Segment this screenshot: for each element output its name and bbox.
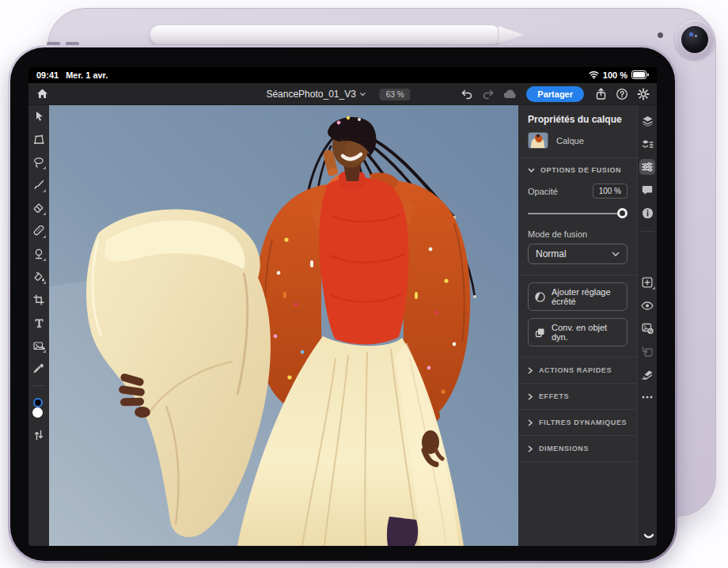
section-filtres-dynamiques[interactable]: FILTRES DYNAMIQUES: [518, 409, 637, 435]
button-label: Ajouter réglage écrêté: [552, 287, 620, 306]
chevron-down-icon: [360, 92, 366, 97]
chevron-down-icon: [528, 168, 535, 172]
hide-layer-icon[interactable]: [641, 322, 654, 335]
cloud-sync-icon[interactable]: [502, 87, 517, 101]
status-bar: 09:41 Mer. 1 avr. 100 %: [28, 67, 657, 83]
lasso-tool[interactable]: [32, 156, 45, 169]
eraser-tool[interactable]: [32, 202, 45, 214]
zoom-level-badge[interactable]: 63 %: [380, 89, 411, 100]
button-label: Conv. en objet dyn.: [552, 323, 620, 342]
clip-mask-icon[interactable]: [641, 345, 654, 358]
visibility-eye-icon[interactable]: [641, 299, 654, 312]
transform-tool[interactable]: [32, 133, 45, 146]
redo-button[interactable]: [481, 87, 495, 101]
blend-mode-dropdown[interactable]: Normal: [528, 244, 628, 264]
panel-title: Propriétés du calque: [528, 114, 628, 125]
type-tool[interactable]: [32, 316, 45, 329]
place-photo-tool[interactable]: [32, 339, 45, 352]
clone-stamp-tool[interactable]: [32, 248, 45, 260]
rear-microphone: [658, 32, 663, 38]
move-tool[interactable]: [32, 110, 45, 123]
foreground-color-chip[interactable]: [33, 398, 43, 407]
workspace: Propriétés du calque Calque: [28, 105, 657, 546]
rear-camera: [675, 20, 715, 59]
convert-smart-object-button[interactable]: Conv. en objet dyn.: [528, 318, 628, 346]
share-button[interactable]: Partager: [526, 86, 584, 102]
comment-icon[interactable]: [641, 184, 654, 196]
layer-list-icon[interactable]: [641, 138, 654, 150]
healing-brush-tool[interactable]: [32, 225, 45, 237]
section-dimensions[interactable]: DIMENSIONS: [518, 435, 637, 461]
wifi-icon: [589, 70, 599, 81]
add-clipped-adjustment-button[interactable]: Ajouter réglage écrêté: [528, 282, 628, 311]
info-icon[interactable]: [641, 206, 654, 219]
battery-icon: [631, 70, 649, 81]
add-layer-button[interactable]: [641, 276, 654, 289]
layer-name: Calque: [556, 136, 584, 146]
blend-mode-value: Normal: [536, 248, 567, 259]
document-title[interactable]: SéancePhoto_01_V3: [266, 89, 355, 100]
fill-tool[interactable]: [32, 271, 45, 283]
section-label: EFFETS: [539, 392, 569, 400]
status-date: Mer. 1 avr.: [66, 70, 108, 80]
home-button[interactable]: [35, 87, 49, 101]
opacity-slider[interactable]: [528, 208, 626, 218]
canvas-area[interactable]: [49, 105, 518, 546]
crop-tool[interactable]: [32, 293, 45, 306]
blend-options-section-header[interactable]: OPTIONS DE FUSION: [518, 158, 637, 182]
section-label: OPTIONS DE FUSION: [540, 166, 621, 174]
status-time: 09:41: [36, 70, 59, 80]
background-color-chip[interactable]: [32, 407, 43, 418]
photoshop-app-screen: 09:41 Mer. 1 avr. 100 % Séa: [28, 67, 657, 546]
battery-percent: 100 %: [603, 70, 628, 80]
canvas-photo[interactable]: [49, 105, 518, 546]
camera-lens: [681, 26, 708, 53]
section-label: ACTIONS RAPIDES: [539, 366, 612, 374]
layer-taskbar: [637, 105, 657, 546]
toolbar-separator: [32, 385, 46, 386]
chevron-right-icon: [528, 419, 533, 426]
layer-row[interactable]: Calque: [518, 132, 637, 157]
settings-gear-icon[interactable]: [636, 87, 650, 101]
tools-sidebar: [28, 105, 49, 546]
panel-empty-space: [518, 461, 637, 546]
chevron-right-icon: [528, 393, 533, 400]
brush-tool[interactable]: [32, 179, 45, 191]
section-actions-rapides[interactable]: ACTIONS RAPIDES: [518, 357, 637, 383]
properties-icon[interactable]: [639, 159, 655, 175]
flatten-icon[interactable]: [641, 368, 654, 381]
help-button[interactable]: [615, 87, 629, 101]
layers-icon[interactable]: [641, 115, 654, 127]
layer-thumbnail: [528, 132, 548, 149]
blend-mode-label: Mode de fusion: [518, 228, 637, 244]
more-options-button[interactable]: [641, 391, 654, 403]
eyedropper-tool[interactable]: [32, 362, 45, 375]
section-label: DIMENSIONS: [539, 445, 589, 453]
opacity-value-field[interactable]: 100 %: [593, 184, 628, 199]
app-title-bar: SéancePhoto_01_V3 63 % Partager: [28, 83, 657, 105]
layer-properties-panel: Propriétés du calque Calque: [518, 105, 637, 546]
camera-glint: [689, 32, 693, 36]
chevron-right-icon: [528, 445, 533, 453]
section-effets[interactable]: EFFETS: [518, 383, 637, 409]
slider-track: [528, 213, 626, 214]
chevron-right-icon: [528, 367, 533, 374]
smart-object-icon: [535, 328, 545, 338]
swap-colors-button[interactable]: [32, 429, 45, 441]
section-label: FILTRES DYNAMIQUES: [539, 418, 627, 426]
taskbar-handle[interactable]: [643, 529, 654, 543]
slider-knob[interactable]: [617, 208, 628, 218]
marketing-scene: 09:41 Mer. 1 avr. 100 % Séa: [0, 0, 728, 568]
chevron-down-icon: [612, 252, 620, 256]
adjustment-icon: [535, 292, 545, 302]
opacity-label: Opacité: [528, 187, 558, 196]
undo-button[interactable]: [460, 87, 474, 101]
taskbar-separator: [641, 231, 654, 232]
export-icon[interactable]: [593, 87, 608, 101]
color-swatches[interactable]: [32, 398, 46, 418]
apple-pencil: [150, 25, 501, 44]
